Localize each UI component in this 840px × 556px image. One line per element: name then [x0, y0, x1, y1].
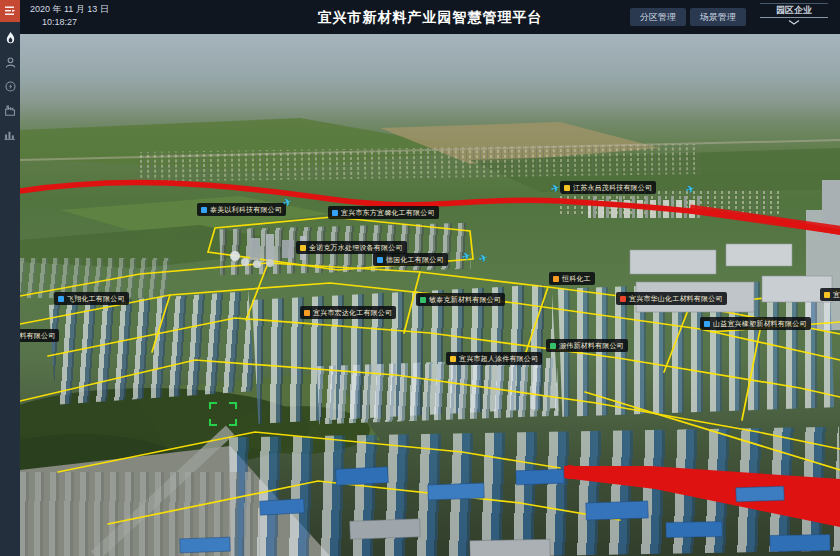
header-bar: 2020 年 11 月 13 日 10:18:27 宜兴市新材料产业园智慧管理平…	[20, 0, 840, 34]
company-label[interactable]: 宜兴市华山化工材料有限公司	[616, 292, 727, 305]
scene-management-button[interactable]: 场景管理	[690, 8, 746, 26]
factory-icon[interactable]	[0, 98, 20, 122]
company-label-text: 宜兴市超人涂件有限公司	[459, 354, 538, 364]
company-label[interactable]: 山益宜兴橡塑新材料有限公司	[700, 317, 811, 330]
company-label[interactable]: 恒科化工	[549, 272, 595, 285]
bar-chart-icon[interactable]	[0, 122, 20, 146]
company-label[interactable]: 宜兴市东方宜馨化工有限公司	[328, 206, 439, 219]
company-label[interactable]: 宜兴科技有限公司	[820, 288, 840, 301]
flame-icon[interactable]	[0, 26, 20, 50]
park-enterprises-label: 园区企业	[760, 4, 828, 18]
company-marker-icon	[704, 321, 710, 327]
company-label[interactable]: 灏伟新材料有限公司	[546, 339, 628, 352]
company-label[interactable]: 敏泰克新材料有限公司	[416, 293, 505, 306]
company-label-text: 敏泰克新材料有限公司	[429, 295, 501, 305]
company-marker-icon	[332, 210, 338, 216]
company-label[interactable]: 飞翔化工有限公司	[54, 292, 129, 305]
company-label-text: 恒科化工	[562, 274, 591, 284]
menu-icon[interactable]	[0, 0, 20, 22]
company-marker-icon	[201, 207, 207, 213]
company-marker-icon	[553, 276, 559, 282]
company-marker-icon	[450, 356, 456, 362]
app-window: 2020 年 11 月 13 日 10:18:27 宜兴市新材料产业园智慧管理平…	[0, 0, 840, 556]
company-marker-icon	[550, 343, 556, 349]
company-label[interactable]: 泰美以利科技有限公司	[197, 203, 286, 216]
company-marker-icon	[420, 297, 426, 303]
company-marker-icon	[620, 296, 626, 302]
company-label[interactable]: 德国化工有限公司	[373, 253, 448, 266]
company-label-text: 宜兴科技有限公司	[833, 290, 840, 300]
company-marker-icon	[300, 245, 306, 251]
company-label-text: 德国化工有限公司	[386, 255, 444, 265]
company-label-text: 灏伟新材料有限公司	[559, 341, 624, 351]
company-label-text: 山益宜兴橡塑新材料有限公司	[713, 319, 807, 329]
company-label-text: 全诺克万水处理设备有限公司	[309, 243, 403, 253]
company-label[interactable]: 江苏永昌茂科技有限公司	[560, 181, 656, 194]
company-marker-icon	[824, 292, 830, 298]
company-marker-icon	[304, 310, 310, 316]
company-label-text: 江苏永昌茂科技有限公司	[573, 183, 652, 193]
energy-icon[interactable]	[0, 74, 20, 98]
company-label-text: 宜兴市宏达化工有限公司	[313, 308, 392, 318]
chevron-down-icon	[788, 20, 800, 25]
park-enterprises-dropdown[interactable]: 园区企业	[760, 3, 828, 29]
company-marker-icon	[564, 185, 570, 191]
company-label-text: 宜兴市东方宜馨化工有限公司	[341, 208, 435, 218]
company-label-text: 泰美以利科技有限公司	[210, 205, 282, 215]
company-label[interactable]: 宜兴市超人涂件有限公司	[446, 352, 542, 365]
company-label[interactable]: 宜兴市宏达化工有限公司	[300, 306, 396, 319]
company-marker-icon	[377, 257, 383, 263]
sidebar	[0, 0, 20, 556]
company-label-text: 宜兴市华山化工材料有限公司	[629, 294, 723, 304]
user-icon[interactable]	[0, 50, 20, 74]
company-marker-icon	[58, 296, 64, 302]
company-label-text: 飞翔化工有限公司	[67, 294, 125, 304]
zone-management-button[interactable]: 分区管理	[630, 8, 686, 26]
plant-structures	[230, 234, 306, 268]
